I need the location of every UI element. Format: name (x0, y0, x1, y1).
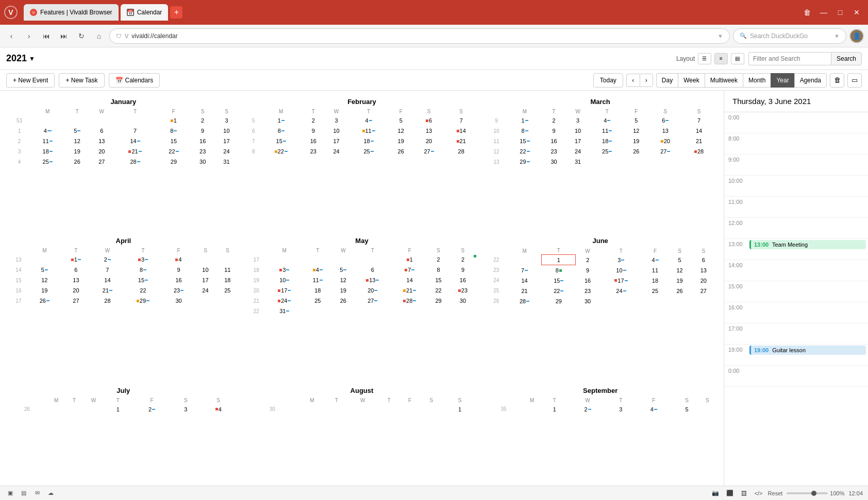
clock: 12:04 (848, 490, 863, 496)
event-time-blue: 19:00 (754, 347, 769, 353)
event-guitar-lesson[interactable]: 19:00 Guitar lesson (749, 346, 866, 355)
home-button[interactable]: ⌂ (92, 29, 106, 43)
back-button[interactable]: ‹ (4, 29, 19, 43)
time-slot-9: 9:00 (724, 154, 868, 176)
mail-icon[interactable]: ✉ (32, 488, 42, 498)
time-slot-11: 11:00 (724, 197, 868, 218)
prev-button[interactable]: ‹ (626, 74, 640, 87)
week-row: 22 31 (247, 306, 477, 316)
code-icon[interactable]: </> (754, 488, 764, 498)
view-controls: Today ‹ › Day Week Multiweek Month Year … (593, 73, 862, 88)
week-row: 2 11 12 13 14 15 16 17 (8, 136, 239, 146)
layout-icon[interactable]: ▤ (19, 488, 29, 498)
tab-features-label: Features | Vivaldi Browser (40, 9, 112, 16)
week-row: 18 3 4 5 6 7 8 9 (247, 265, 477, 275)
month-august: August MTWTFSS 30 1 (243, 384, 481, 481)
action-bar: + New Event + New Task 📅 Calendars Today… (0, 70, 868, 91)
forward-button[interactable]: › (22, 29, 36, 43)
next-button[interactable]: › (640, 74, 653, 87)
calendars-button[interactable]: 📅 Calendars (109, 73, 160, 88)
fastforward-button[interactable]: ⏭ (57, 29, 71, 43)
month-title-april: April (8, 237, 239, 245)
time-slot-13: 13:00 13:00 Team Meeting (724, 239, 868, 260)
layout-controls: Layout ☰ ≡ ▤ (676, 53, 744, 64)
month-july: July MTWTFSS 26 1 2 3 4 (4, 384, 243, 481)
view-week[interactable]: Week (678, 73, 704, 88)
minimize-button[interactable]: 🗑 (800, 5, 814, 20)
layout-btn-1[interactable]: ☰ (698, 53, 711, 64)
new-tab-button[interactable]: + (170, 6, 182, 19)
week-row: 30 1 (247, 404, 477, 415)
zoom-slider[interactable] (787, 492, 828, 494)
search-button[interactable]: Search (831, 52, 862, 65)
layout-btn-2[interactable]: ≡ (714, 53, 728, 64)
month-title-august: August (247, 387, 477, 394)
close-button[interactable]: ✕ (849, 5, 864, 20)
new-task-button[interactable]: + New Task (59, 73, 104, 88)
search-bar[interactable]: 🔍 Search DuckDuckGo ▼ (733, 28, 846, 44)
week-row: 14 5 6 7 8 9 10 11 (8, 265, 239, 275)
view-month[interactable]: Month (743, 73, 771, 88)
week-row: 16 19 20 21 22 23 24 25 (8, 285, 239, 296)
delete-button[interactable]: 🗑 (830, 73, 844, 88)
time-slot-8: 8:00 (724, 133, 868, 154)
tab-features[interactable]: V Features | Vivaldi Browser (24, 4, 119, 21)
view-year[interactable]: Year (771, 73, 794, 88)
month-june: June MTWTFSS 22 1 2 3 4 5 6 (481, 234, 720, 383)
event-title: Team Meeting (772, 242, 808, 248)
status-icons: ▣ ▤ ✉ ☁ (5, 488, 56, 498)
week-row: 6 8 9 10 11 12 13 14 (247, 126, 477, 136)
image-icon[interactable]: 🖼 (739, 488, 749, 498)
panel-toggle-icon[interactable]: ▣ (5, 488, 15, 498)
event-team-meeting[interactable]: 13:00 Team Meeting (749, 240, 866, 249)
month-february: February MTWTFSS 5 1 2 3 4 5 6 7 (243, 95, 481, 234)
week-row: 26 28 29 30 (485, 296, 715, 306)
reset-label[interactable]: Reset (768, 490, 783, 496)
time-slot-0: 0:00 (724, 112, 868, 133)
week-row: 10 8 9 10 11 12 13 14 (485, 126, 715, 136)
view-multiweek[interactable]: Multiweek (705, 73, 743, 88)
user-avatar[interactable]: 👤 (849, 29, 864, 43)
zoom-level: 100% (830, 490, 844, 496)
zoom-handle[interactable] (811, 491, 816, 496)
app-content: 2021 ▼ Layout ☰ ≡ ▤ Search + New Event +… (0, 47, 868, 486)
week-row: 7 15 16 17 18 19 20 21 (247, 136, 477, 146)
main-area: January MTWTFSS 53 1 2 3 1 4 (0, 91, 868, 486)
vivaldi-logo: V (4, 6, 18, 19)
maximize-button[interactable]: □ (833, 5, 847, 20)
week-row: 5 1 2 3 4 5 6 7 (247, 115, 477, 126)
month-april: April MTWTFSS 13 1 2 3 4 (4, 234, 243, 383)
address-bar[interactable]: 🛡 V vivaldi://calendar ▼ (109, 28, 730, 44)
new-event-button[interactable]: + New Event (6, 73, 55, 88)
rewind-button[interactable]: ⏮ (39, 29, 54, 43)
event-title-guitar: Guitar lesson (772, 347, 806, 353)
time-slot-12: 12:00 (724, 218, 868, 239)
tab-calendar-label: Calendar (137, 9, 162, 16)
view-day[interactable]: Day (656, 73, 678, 88)
time-slot-0-end: 0:00 (724, 366, 868, 387)
tab-calendar-icon: 📅 (127, 9, 134, 16)
year-selector[interactable]: 2021 ▼ (6, 53, 35, 64)
nav-arrows: ‹ › (626, 74, 653, 87)
restore-button[interactable]: — (816, 5, 831, 20)
screenshot-icon[interactable]: 📷 (710, 488, 721, 498)
tab-features-icon: V (30, 9, 37, 16)
today-button[interactable]: Today (593, 73, 623, 88)
zoom-controls: 100% (787, 490, 844, 496)
rss-icon[interactable]: ☁ (45, 488, 56, 498)
reload-button[interactable]: ↻ (74, 29, 89, 43)
month-title-july: July (8, 387, 239, 394)
window-icon[interactable]: ⬛ (725, 488, 735, 498)
week-row: 20 17 18 19 20 21 22 23 (247, 285, 477, 296)
tab-calendar[interactable]: 📅 Calendar (121, 4, 169, 21)
year-dropdown-icon: ▼ (29, 55, 35, 62)
filter-input[interactable] (748, 52, 831, 65)
browser-frame: V V Features | Vivaldi Browser 📅 Calenda… (0, 0, 868, 500)
event-time: 13:00 (754, 242, 769, 248)
week-row: 17 26 27 28 29 30 (8, 296, 239, 306)
week-row: 21 24 25 26 27 28 29 30 (247, 296, 477, 306)
toggle-button[interactable]: ▭ (847, 73, 862, 88)
layout-btn-3[interactable]: ▤ (731, 53, 744, 64)
view-agenda[interactable]: Agenda (794, 73, 827, 88)
view-tabs: Day Week Multiweek Month Year Agenda (656, 73, 827, 88)
